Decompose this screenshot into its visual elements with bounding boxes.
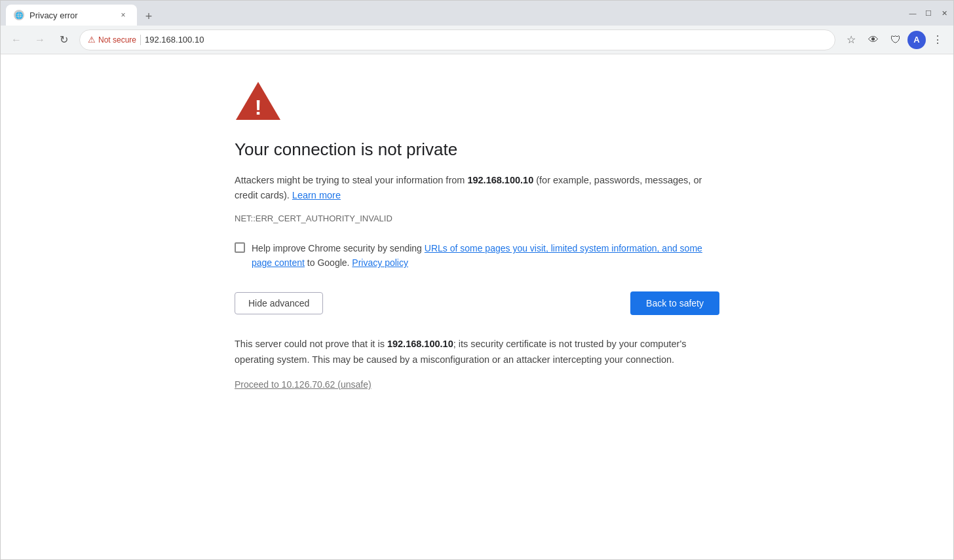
extension2-button[interactable]: 🛡 bbox=[885, 29, 906, 50]
title-bar: 🌐 Privacy error × + — ☐ ✕ bbox=[1, 1, 953, 26]
back-button[interactable]: ← bbox=[6, 29, 27, 50]
warning-triangle-icon: ! bbox=[235, 81, 282, 121]
tab-close-button[interactable]: × bbox=[117, 9, 129, 21]
address-bar[interactable]: ⚠ Not secure 192.168.100.10 bbox=[79, 29, 835, 50]
description-prefix: Attackers might be trying to steal your … bbox=[235, 175, 467, 185]
toolbar: ← → ↻ ⚠ Not secure 192.168.100.10 ☆ 👁 🛡 … bbox=[1, 26, 953, 54]
button-row: Hide advanced Back to safety bbox=[235, 291, 719, 315]
maximize-button[interactable]: ☐ bbox=[925, 9, 932, 17]
error-code: NET::ERR_CERT_AUTHORITY_INVALID bbox=[235, 214, 719, 223]
error-description: Attackers might be trying to steal your … bbox=[235, 173, 719, 203]
back-to-safety-button[interactable]: Back to safety bbox=[630, 291, 719, 315]
advanced-text: This server could not prove that it is 1… bbox=[235, 336, 719, 368]
window-controls: — ☐ ✕ bbox=[909, 9, 948, 17]
error-title: Your connection is not private bbox=[235, 140, 719, 160]
not-secure-label: Not secure bbox=[98, 35, 136, 45]
page-content: ! Your connection is not private Attacke… bbox=[1, 54, 953, 559]
menu-button[interactable]: ⋮ bbox=[927, 29, 948, 50]
improve-chrome-checkbox[interactable] bbox=[235, 242, 245, 253]
bookmark-button[interactable]: ☆ bbox=[841, 29, 862, 50]
reload-button[interactable]: ↻ bbox=[53, 29, 74, 50]
not-secure-badge: ⚠ Not secure bbox=[88, 35, 136, 45]
warning-icon: ⚠ bbox=[88, 35, 96, 45]
profile-avatar[interactable]: A bbox=[907, 31, 926, 49]
error-container: ! Your connection is not private Attacke… bbox=[235, 81, 719, 533]
url-text: 192.168.100.10 bbox=[145, 35, 827, 45]
target-host: 192.168.100.10 bbox=[467, 175, 533, 185]
checkbox-suffix: to Google. bbox=[305, 257, 352, 268]
checkbox-label: Help improve Chrome security by sending … bbox=[252, 242, 719, 270]
close-button[interactable]: ✕ bbox=[940, 9, 948, 17]
tab-strip: 🌐 Privacy error × + bbox=[6, 1, 909, 26]
svg-text:!: ! bbox=[255, 96, 262, 119]
advanced-prefix: This server could not prove that it is bbox=[235, 339, 387, 349]
browser-window: 🌐 Privacy error × + — ☐ ✕ ← → ↻ ⚠ Not se… bbox=[0, 0, 954, 560]
checkbox-prefix: Help improve Chrome security by sending bbox=[252, 243, 425, 253]
tab-favicon: 🌐 bbox=[14, 10, 24, 20]
hide-advanced-button[interactable]: Hide advanced bbox=[235, 292, 323, 314]
checkbox-row: Help improve Chrome security by sending … bbox=[235, 242, 719, 270]
advanced-host: 192.168.100.10 bbox=[387, 339, 453, 349]
tab-title: Privacy error bbox=[29, 10, 112, 20]
privacy-policy-link[interactable]: Privacy policy bbox=[352, 257, 408, 268]
toolbar-right: ☆ 👁 🛡 A ⋮ bbox=[841, 29, 948, 50]
active-tab[interactable]: 🌐 Privacy error × bbox=[6, 5, 137, 26]
address-separator bbox=[140, 35, 141, 45]
extension1-button[interactable]: 👁 bbox=[863, 29, 884, 50]
forward-button[interactable]: → bbox=[29, 29, 50, 50]
new-tab-button[interactable]: + bbox=[140, 7, 158, 26]
learn-more-link[interactable]: Learn more bbox=[292, 190, 341, 200]
minimize-button[interactable]: — bbox=[909, 9, 917, 17]
proceed-link[interactable]: Proceed to 10.126.70.62 (unsafe) bbox=[235, 379, 372, 390]
